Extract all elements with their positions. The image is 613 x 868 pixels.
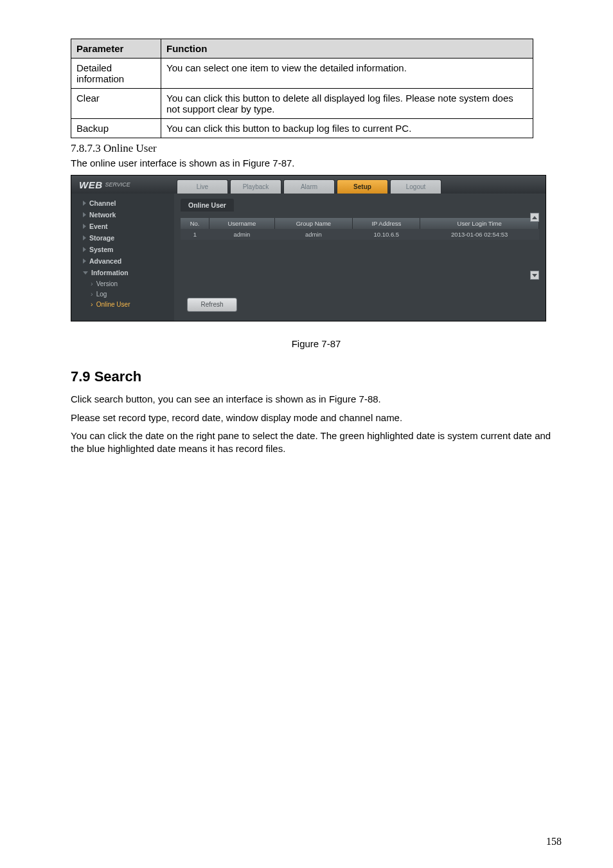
paragraph-3: You can click the date on the right pane…: [71, 429, 562, 456]
td-function: You can click this button to delete all …: [161, 89, 533, 119]
th-function: Function: [161, 39, 533, 59]
logo-web: WEB: [79, 179, 103, 190]
content-tab-online-user[interactable]: Online User: [181, 199, 234, 212]
table-row: Clear You can click this button to delet…: [71, 89, 533, 119]
td-parameter: Clear: [71, 89, 161, 119]
sidebar-item-information[interactable]: Information: [71, 267, 174, 278]
sidebar-item-advanced[interactable]: Advanced: [71, 255, 174, 267]
subsection-heading: 7.8.7.3 Online User: [71, 142, 562, 155]
triangle-down-icon: [532, 274, 537, 277]
sidebar-item-system[interactable]: System: [71, 244, 174, 255]
chevron-down-icon: [83, 271, 88, 275]
table-row: Backup You can click this button to back…: [71, 119, 533, 138]
sidebar-sub-online-user[interactable]: Online User: [71, 299, 174, 309]
chevron-right-icon: [83, 247, 86, 252]
td-username: admin: [209, 229, 274, 240]
parameter-function-table: Parameter Function Detailed information …: [71, 39, 533, 138]
td-function: You can select one item to view the deta…: [161, 59, 533, 89]
sidebar-item-network[interactable]: Network: [71, 209, 174, 221]
table-row: 1 admin admin 10.10.6.5 2013-01-06 02:54…: [181, 229, 539, 240]
refresh-button[interactable]: Refresh: [187, 298, 237, 312]
th-group-name: Group Name: [274, 218, 353, 229]
sidebar: Channel Network Event Storage System Adv…: [71, 194, 174, 321]
intro-line: The online user interface is shown as in…: [71, 157, 562, 170]
td-function: You can click this button to backup log …: [161, 119, 533, 138]
paragraph-2: Please set record type, record date, win…: [71, 411, 562, 424]
th-parameter: Parameter: [71, 39, 161, 59]
tab-alarm[interactable]: Alarm: [283, 179, 335, 194]
table-row: Detailed information You can select one …: [71, 59, 533, 89]
sidebar-item-storage[interactable]: Storage: [71, 232, 174, 244]
page-number: 158: [546, 836, 562, 847]
th-no: No.: [181, 218, 209, 229]
figure-caption: Figure 7-87: [71, 338, 562, 349]
sidebar-sub-version[interactable]: Version: [71, 278, 174, 289]
chevron-right-icon: [83, 201, 86, 206]
chevron-right-icon: [83, 235, 86, 240]
main-panel: Online User No. Username Group Name IP A…: [174, 194, 546, 321]
chevron-right-icon: [83, 224, 86, 229]
td-parameter: Backup: [71, 119, 161, 138]
tab-live[interactable]: Live: [177, 179, 228, 194]
paragraph-1: Click search button, you can see an inte…: [71, 393, 562, 406]
logo-service: SERVICE: [105, 181, 130, 188]
section-heading: 7.9 Search: [71, 368, 562, 385]
sidebar-sub-log[interactable]: Log: [71, 289, 174, 299]
sidebar-item-event[interactable]: Event: [71, 221, 174, 232]
sidebar-item-channel[interactable]: Channel: [71, 197, 174, 209]
tab-setup[interactable]: Setup: [337, 179, 388, 194]
scroll-down-button[interactable]: [530, 271, 539, 280]
chevron-right-icon: [83, 212, 86, 217]
td-group: admin: [274, 229, 353, 240]
online-user-table: No. Username Group Name IP Address User …: [181, 218, 539, 240]
chevron-right-icon: [83, 258, 86, 264]
th-ip-address: IP Address: [353, 218, 420, 229]
td-login-time: 2013-01-06 02:54:53: [420, 229, 539, 240]
triangle-up-icon: [532, 216, 537, 219]
td-ip: 10.10.6.5: [353, 229, 420, 240]
td-no: 1: [181, 229, 209, 240]
top-tab-bar: Live Playback Alarm Setup Logout: [174, 176, 546, 194]
scroll-up-button[interactable]: [530, 213, 539, 222]
tab-playback[interactable]: Playback: [230, 179, 281, 194]
web-service-logo: WEB SERVICE: [71, 176, 174, 194]
th-login-time: User Login Time: [420, 218, 539, 229]
tab-logout[interactable]: Logout: [390, 179, 441, 194]
online-user-screenshot: WEB SERVICE Live Playback Alarm Setup Lo…: [71, 175, 546, 321]
td-parameter: Detailed information: [71, 59, 161, 89]
th-username: Username: [209, 218, 274, 229]
